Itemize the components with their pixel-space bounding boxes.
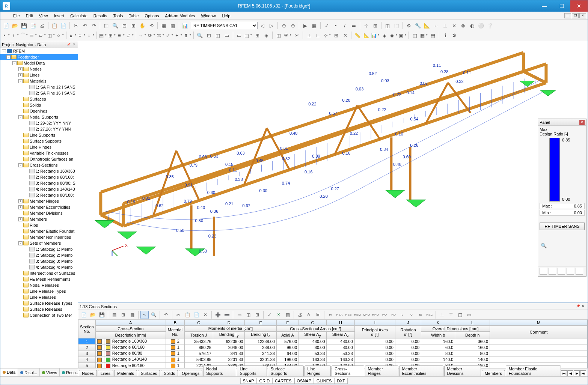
tb2-sel1[interactable]: ▭ xyxy=(235,31,243,39)
btab-nav[interactable]: ◀ xyxy=(567,370,573,376)
btab-solids[interactable]: Solids xyxy=(161,370,178,376)
tb2-solid[interactable]: ◫ xyxy=(47,31,55,39)
tt-del[interactable]: ✕ xyxy=(201,311,210,319)
btab-openings[interactable]: Openings xyxy=(179,370,202,376)
tree-item[interactable]: Openings xyxy=(0,108,78,114)
btab-members[interactable]: Members xyxy=(482,370,505,376)
tree-model-data[interactable]: -Model Data xyxy=(0,60,78,66)
tree-item[interactable]: +Member Hinges xyxy=(0,198,78,204)
tb-open[interactable]: 📂 xyxy=(11,21,19,30)
tb2-load[interactable]: ↓ xyxy=(86,31,95,39)
navigator-close[interactable]: ✕ xyxy=(72,42,76,47)
table-row[interactable]: 4 Rectangle 140/140 15403.853201.333201.… xyxy=(78,356,588,362)
tree-item[interactable]: 3: Rectangle 80/80; S xyxy=(0,180,78,186)
tb-view2[interactable]: ⬚ xyxy=(392,21,401,30)
status-glines[interactable]: GLINES xyxy=(314,378,334,384)
menu-edit[interactable]: Edit xyxy=(23,13,36,19)
btab-cross-sections[interactable]: Cross-Sections xyxy=(332,365,364,376)
tree-item[interactable]: 1: SA Pine 12 | SANS xyxy=(0,84,78,90)
panel-tab4[interactable] xyxy=(567,268,574,275)
tt-find[interactable]: 🔍 xyxy=(149,311,158,319)
btab-nodal-supports[interactable]: Nodal Supports xyxy=(203,365,236,376)
mdi-minimize[interactable]: — xyxy=(564,13,571,18)
tb2-wp[interactable]: ⊞ xyxy=(332,31,340,39)
btab-line-hinges[interactable]: Line Hinges xyxy=(305,365,331,376)
tb2-move[interactable]: ↔ xyxy=(138,31,146,39)
tree-item[interactable]: 2: SA Pine 16 | SANS xyxy=(0,90,78,96)
tt-select[interactable]: ↖ xyxy=(140,311,149,319)
navtab-views[interactable]: Views xyxy=(40,368,60,376)
tree-item[interactable]: Line Hinges xyxy=(0,144,78,150)
menu-results[interactable]: Results xyxy=(90,13,110,19)
tb-tool1[interactable]: ⚙ xyxy=(405,21,413,30)
tree-item[interactable]: -Sets of Members xyxy=(0,240,78,246)
tb2-node[interactable]: • xyxy=(2,31,10,39)
tb-zoom-all[interactable]: ⊞ xyxy=(129,21,137,30)
tb-saveall[interactable]: 📑 xyxy=(29,21,37,30)
tt-cols[interactable]: ▤ xyxy=(110,311,118,319)
close-button[interactable]: ✕ xyxy=(570,0,588,12)
tb-undo[interactable]: ↶ xyxy=(81,21,89,30)
tt-sec1[interactable]: ⊥ xyxy=(438,311,446,319)
navigator-tree[interactable]: -RFEM -Footbridge* -Model Data +Nodes+Li… xyxy=(0,48,78,368)
tree-item[interactable]: Surface Supports xyxy=(0,138,78,144)
loadcase-combo[interactable]: RF-TIMBER SANS CA1 xyxy=(190,22,258,29)
tb2-view[interactable]: 👁 xyxy=(283,31,292,39)
panel-tab1[interactable] xyxy=(540,268,547,275)
tb2-mat[interactable]: ▤ xyxy=(99,31,107,39)
tb2-m3[interactable]: 📊 xyxy=(371,31,380,39)
btab-surface-supports[interactable]: Surface Supports xyxy=(268,365,304,376)
tb-ax1[interactable]: ✕ xyxy=(450,21,458,30)
panel-module-button[interactable]: RF-TIMBER SANS xyxy=(540,223,585,230)
tree-item[interactable]: 4: Rectangle 140/140 xyxy=(0,186,78,192)
3d-viewport[interactable]: X Y Z 0.520.030.110.280.220.070.320.110.… xyxy=(78,41,588,302)
tt-cut[interactable]: ✂ xyxy=(174,311,182,319)
tb-tool2[interactable]: 🔧 xyxy=(414,21,422,30)
tree-item[interactable]: +Member Eccentricities xyxy=(0,204,78,210)
panel-tab5[interactable] xyxy=(576,268,583,275)
tree-item[interactable]: -Cross-Sections xyxy=(0,162,78,168)
tb2-clip[interactable]: ✂ xyxy=(292,31,301,39)
tb-render2[interactable]: ▧ xyxy=(169,21,177,30)
status-dxf[interactable]: DXF xyxy=(334,378,348,384)
tt-u[interactable]: U xyxy=(407,311,416,319)
panel-tab2[interactable] xyxy=(549,268,556,275)
tt-rd[interactable]: RD xyxy=(389,311,398,319)
tree-item[interactable]: -Materials xyxy=(0,78,78,84)
btab-nav[interactable]: ▶ xyxy=(574,370,580,376)
tt-undo[interactable]: ↶ xyxy=(162,311,170,319)
btab-nav[interactable]: ⏮ xyxy=(561,370,567,376)
tb2-divide[interactable]: ÷ xyxy=(174,31,182,39)
navtab-data[interactable]: Data xyxy=(0,368,18,376)
tree-item[interactable]: 2: 27,28; YYY YNN xyxy=(0,126,78,132)
tb-help[interactable]: ❔ xyxy=(486,21,494,30)
btab-member-divisions[interactable]: Member Divisions xyxy=(444,365,481,376)
tree-item[interactable]: Surfaces xyxy=(0,96,78,102)
tb-new[interactable]: 📄 xyxy=(2,21,10,30)
tree-item[interactable]: 1: Stabzug 1: Memb xyxy=(0,246,78,252)
tb2-ucs2[interactable]: ∟ xyxy=(314,31,322,39)
tree-item[interactable]: +Nodes xyxy=(0,66,78,72)
status-snap[interactable]: SNAP xyxy=(240,378,257,384)
btab-member-eccentricities[interactable]: Member Eccentricities xyxy=(399,365,443,376)
tt-rem[interactable]: ➖ xyxy=(223,311,231,319)
tree-item[interactable]: Intersections of Surfaces xyxy=(0,270,78,276)
panel-zoom-icon[interactable]: 🔍 xyxy=(540,241,548,250)
tb-pan[interactable]: ✋ xyxy=(138,21,146,30)
tb2-panel[interactable]: ▦ xyxy=(420,31,428,39)
table-row[interactable]: 1 Rectangle 160/360 235433.7662208.00122… xyxy=(78,338,588,344)
menu-window[interactable]: Window xyxy=(198,13,219,19)
tree-item[interactable]: 3: Stabzug 3: Memb xyxy=(0,258,78,264)
tb2-support[interactable]: ▲ xyxy=(68,31,77,39)
table-close[interactable]: ✕ xyxy=(582,304,586,309)
tb2-arc[interactable]: ⌒ xyxy=(20,31,28,39)
tb2-m4[interactable]: ◈ xyxy=(380,31,389,39)
tt-open[interactable]: 📂 xyxy=(89,311,97,319)
tree-item[interactable]: Surface Releases xyxy=(0,306,78,312)
tb2-iso2[interactable]: ◫ xyxy=(274,31,283,39)
tb-zoom-in[interactable]: 🔍 xyxy=(111,21,119,30)
menu-calculate[interactable]: Calculate xyxy=(67,13,90,19)
tb2-cfg[interactable]: ⚙ xyxy=(450,31,458,39)
table-row[interactable]: 3 Rectangle 80/80 1576.17341.33341.3364.… xyxy=(78,350,588,356)
tb2-rotate[interactable]: ⟳ xyxy=(147,31,155,39)
